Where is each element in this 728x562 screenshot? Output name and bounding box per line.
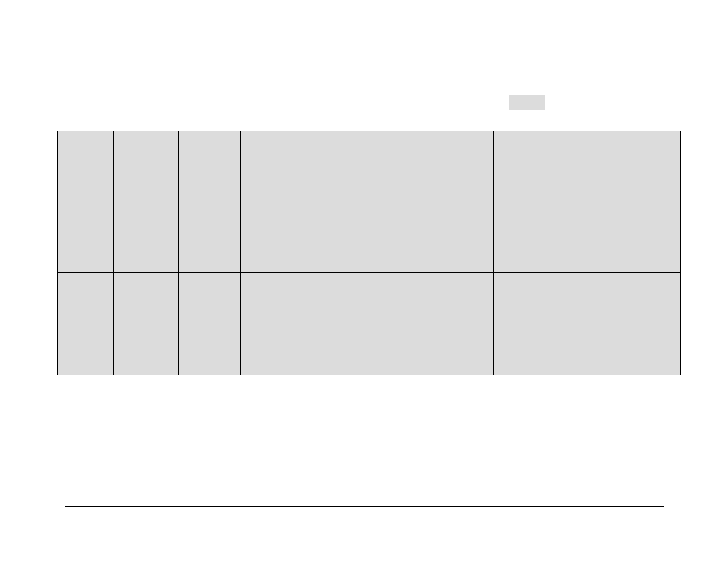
th-col-2: [114, 131, 179, 170]
cell: [179, 273, 241, 375]
table-row: [58, 273, 681, 375]
th-col-7: [617, 131, 681, 170]
th-col-4: [241, 131, 494, 170]
th-col-5: [494, 131, 555, 170]
cell: [114, 170, 179, 273]
cell: [617, 273, 681, 375]
cell: [58, 273, 114, 375]
cell: [494, 170, 555, 273]
th-col-6: [555, 131, 617, 170]
footer-divider: [65, 506, 664, 507]
th-col-1: [58, 131, 114, 170]
cell: [179, 170, 241, 273]
table-row: [58, 170, 681, 273]
cell: [555, 170, 617, 273]
cell: [58, 170, 114, 273]
table-header-row: [58, 131, 681, 170]
th-col-3: [179, 131, 241, 170]
data-table: [57, 131, 681, 375]
cell: [241, 273, 494, 375]
cell: [114, 273, 179, 375]
cell: [494, 273, 555, 375]
cell: [555, 273, 617, 375]
cell: [617, 170, 681, 273]
side-tab: [509, 95, 545, 110]
cell: [241, 170, 494, 273]
